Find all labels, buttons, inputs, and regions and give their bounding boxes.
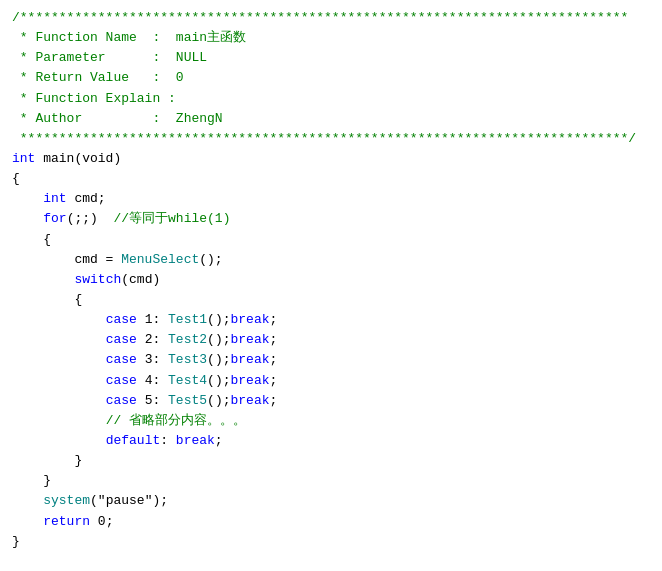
code-line: { xyxy=(12,230,650,250)
code-line: * Return Value : 0 xyxy=(12,68,650,88)
code-part xyxy=(12,393,106,408)
code-part: Test2 xyxy=(168,332,207,347)
code-line: ****************************************… xyxy=(12,129,650,149)
code-line: case 2: Test2();break; xyxy=(12,330,650,350)
code-line: case 3: Test3();break; xyxy=(12,350,650,370)
code-line: * Function Explain : xyxy=(12,89,650,109)
code-line: } xyxy=(12,532,650,552)
code-line: { xyxy=(12,169,650,189)
code-part: (); xyxy=(207,393,230,408)
code-part: main(void) xyxy=(35,151,121,166)
code-part: default xyxy=(106,433,161,448)
code-part: case xyxy=(106,332,137,347)
code-part: case xyxy=(106,393,137,408)
code-editor: /***************************************… xyxy=(0,0,662,571)
code-line: switch(cmd) xyxy=(12,270,650,290)
code-part: system xyxy=(43,493,90,508)
code-part: break xyxy=(230,352,269,367)
code-part xyxy=(12,272,74,287)
code-part: //等同于while(1) xyxy=(113,211,230,226)
code-line: * Function Name : main主函数 xyxy=(12,28,650,48)
code-part: (); xyxy=(199,252,222,267)
code-part: ; xyxy=(215,433,223,448)
code-part: break xyxy=(230,393,269,408)
code-part: switch xyxy=(74,272,121,287)
code-line: system("pause"); xyxy=(12,491,650,511)
code-part: Test5 xyxy=(168,393,207,408)
code-part: (); xyxy=(207,373,230,388)
code-part: int xyxy=(43,191,66,206)
code-part xyxy=(12,373,106,388)
code-part: break xyxy=(176,433,215,448)
code-part: case xyxy=(106,373,137,388)
code-part: int xyxy=(12,151,35,166)
code-part: 4: xyxy=(137,373,168,388)
code-line: * Parameter : NULL xyxy=(12,48,650,68)
code-part: ("pause"); xyxy=(90,493,168,508)
code-part: ; xyxy=(270,312,278,327)
code-part: for xyxy=(43,211,66,226)
code-part: Test4 xyxy=(168,373,207,388)
code-part: case xyxy=(106,352,137,367)
code-part xyxy=(12,413,106,428)
code-part: break xyxy=(230,332,269,347)
code-part: ; xyxy=(270,332,278,347)
code-line: case 4: Test4();break; xyxy=(12,371,650,391)
code-part: ; xyxy=(270,393,278,408)
code-line: for(;;) //等同于while(1) xyxy=(12,209,650,229)
code-part: return xyxy=(43,514,90,529)
code-part: (); xyxy=(207,312,230,327)
code-part: case xyxy=(106,312,137,327)
code-part xyxy=(12,493,43,508)
code-part: // 省略部分内容。。。 xyxy=(106,413,246,428)
code-part: MenuSelect xyxy=(121,252,199,267)
code-part: (;;) xyxy=(67,211,114,226)
code-part xyxy=(12,433,106,448)
code-part: ; xyxy=(270,352,278,367)
code-part xyxy=(12,332,106,347)
code-part: break xyxy=(230,373,269,388)
code-part: Test3 xyxy=(168,352,207,367)
code-part xyxy=(12,191,43,206)
code-line: { xyxy=(12,290,650,310)
code-part xyxy=(12,312,106,327)
code-line: // 省略部分内容。。。 xyxy=(12,411,650,431)
code-line: int cmd; xyxy=(12,189,650,209)
code-part: : xyxy=(160,433,176,448)
code-part: (cmd) xyxy=(121,272,160,287)
code-line: * Author : ZhengN xyxy=(12,109,650,129)
code-part: 0; xyxy=(90,514,113,529)
code-line: default: break; xyxy=(12,431,650,451)
code-part: 5: xyxy=(137,393,168,408)
code-line: cmd = MenuSelect(); xyxy=(12,250,650,270)
code-part: 2: xyxy=(137,332,168,347)
code-part: 3: xyxy=(137,352,168,367)
code-line: /***************************************… xyxy=(12,8,650,28)
code-line: case 5: Test5();break; xyxy=(12,391,650,411)
code-part: cmd; xyxy=(67,191,106,206)
code-part: 1: xyxy=(137,312,168,327)
code-line: return 0; xyxy=(12,512,650,532)
code-block: /***************************************… xyxy=(12,8,650,552)
code-part xyxy=(12,211,43,226)
code-line: } xyxy=(12,471,650,491)
code-line: } xyxy=(12,451,650,471)
code-line: case 1: Test1();break; xyxy=(12,310,650,330)
code-part xyxy=(12,514,43,529)
code-part xyxy=(12,352,106,367)
code-part: break xyxy=(230,312,269,327)
code-part: (); xyxy=(207,352,230,367)
code-part: (); xyxy=(207,332,230,347)
code-line: int main(void) xyxy=(12,149,650,169)
code-part: ; xyxy=(270,373,278,388)
code-part: Test1 xyxy=(168,312,207,327)
code-part: cmd = xyxy=(12,252,121,267)
